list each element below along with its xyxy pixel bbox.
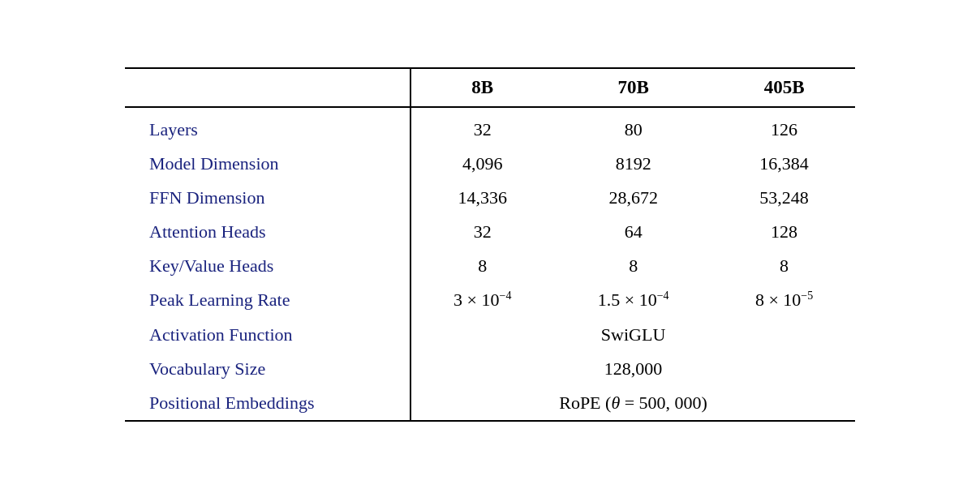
row-pos-embed: Positional Embeddings RoPE (θ = 500, 000… bbox=[125, 386, 855, 421]
row-pos-embed-label: Positional Embeddings bbox=[125, 386, 410, 421]
row-model-dim-8b: 4,096 bbox=[410, 147, 553, 181]
row-activation: Activation Function SwiGLU bbox=[125, 318, 855, 352]
model-comparison-table: 8B 70B 405B Layers 32 80 126 Model Dimen… bbox=[125, 67, 855, 421]
row-activation-label: Activation Function bbox=[125, 318, 410, 352]
row-layers-405b: 126 bbox=[713, 107, 855, 147]
row-kv-heads-label: Key/Value Heads bbox=[125, 249, 410, 283]
row-ffn-dim-8b: 14,336 bbox=[410, 181, 553, 215]
row-kv-heads-8b: 8 bbox=[410, 249, 553, 283]
row-model-dim-70b: 8192 bbox=[553, 147, 713, 181]
row-kv-heads-70b: 8 bbox=[553, 249, 713, 283]
header-8b: 8B bbox=[410, 68, 553, 107]
row-attention-heads-label: Attention Heads bbox=[125, 215, 410, 249]
header-405b: 405B bbox=[713, 68, 855, 107]
row-peak-lr-405b: 8 × 10−5 bbox=[713, 283, 855, 317]
row-attention-heads-70b: 64 bbox=[553, 215, 713, 249]
header-label-col bbox=[125, 68, 410, 107]
row-pos-embed-value: RoPE (θ = 500, 000) bbox=[410, 386, 855, 421]
row-peak-lr: Peak Learning Rate 3 × 10−4 1.5 × 10−4 8… bbox=[125, 283, 855, 317]
row-ffn-dim-405b: 53,248 bbox=[713, 181, 855, 215]
row-layers-70b: 80 bbox=[553, 107, 713, 147]
row-attention-heads-8b: 32 bbox=[410, 215, 553, 249]
row-kv-heads-405b: 8 bbox=[713, 249, 855, 283]
row-attention-heads: Attention Heads 32 64 128 bbox=[125, 215, 855, 249]
row-model-dim: Model Dimension 4,096 8192 16,384 bbox=[125, 147, 855, 181]
header-70b: 70B bbox=[553, 68, 713, 107]
row-layers-label: Layers bbox=[125, 107, 410, 147]
row-model-dim-label: Model Dimension bbox=[125, 147, 410, 181]
row-ffn-dim-70b: 28,672 bbox=[553, 181, 713, 215]
row-peak-lr-label: Peak Learning Rate bbox=[125, 283, 410, 317]
row-attention-heads-405b: 128 bbox=[713, 215, 855, 249]
row-model-dim-405b: 16,384 bbox=[713, 147, 855, 181]
row-layers: Layers 32 80 126 bbox=[125, 107, 855, 147]
row-ffn-dim-label: FFN Dimension bbox=[125, 181, 410, 215]
row-activation-value: SwiGLU bbox=[410, 318, 855, 352]
row-peak-lr-8b: 3 × 10−4 bbox=[410, 283, 553, 317]
row-ffn-dim: FFN Dimension 14,336 28,672 53,248 bbox=[125, 181, 855, 215]
row-peak-lr-70b: 1.5 × 10−4 bbox=[553, 283, 713, 317]
theta-symbol: θ bbox=[611, 392, 620, 413]
header-row: 8B 70B 405B bbox=[125, 68, 855, 107]
page-container: 8B 70B 405B Layers 32 80 126 Model Dimen… bbox=[0, 0, 980, 489]
row-vocab-size-value: 128,000 bbox=[410, 352, 855, 386]
row-vocab-size: Vocabulary Size 128,000 bbox=[125, 352, 855, 386]
row-layers-8b: 32 bbox=[410, 107, 553, 147]
row-vocab-size-label: Vocabulary Size bbox=[125, 352, 410, 386]
row-kv-heads: Key/Value Heads 8 8 8 bbox=[125, 249, 855, 283]
